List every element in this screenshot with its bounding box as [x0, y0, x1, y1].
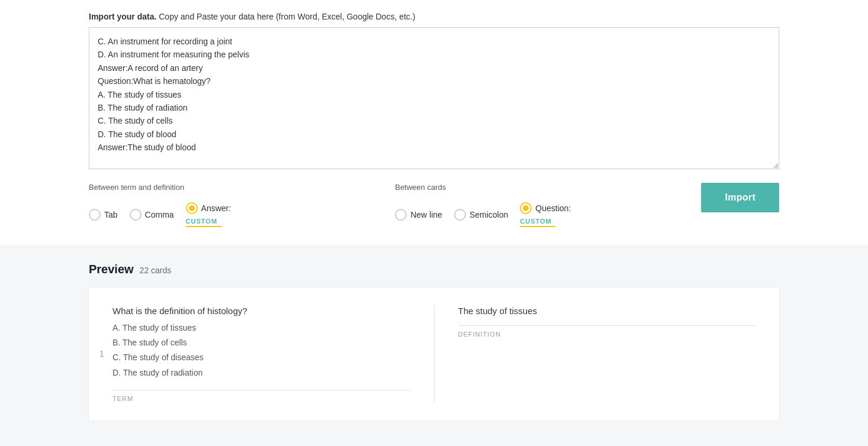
card-option-c: C. The study of diseases [112, 350, 410, 365]
between-term-label: Between term and definition [89, 183, 395, 192]
separator-section: Between term and definition Tab Comma An… [0, 171, 868, 245]
term-answer-radio-inner [189, 205, 195, 211]
card-container: 1 What is the definition of histology? A… [89, 288, 779, 420]
import-button[interactable]: Import [701, 183, 779, 212]
top-section: Import your data. Copy and Paste your da… [0, 0, 868, 171]
cards-question-option[interactable]: Question: CUSTOM [520, 202, 571, 227]
preview-title: Preview [89, 263, 134, 276]
term-comma-option[interactable]: Comma [130, 209, 174, 221]
term-answer-option[interactable]: Answer: CUSTOM [186, 202, 232, 227]
card-number: 1 [99, 349, 104, 358]
between-term-options: Tab Comma Answer: CUSTOM [89, 202, 395, 227]
cards-semicolon-label: Semicolon [470, 210, 508, 219]
import-label: Import your data. Copy and Paste your da… [89, 12, 779, 21]
term-answer-radio-row: Answer: [186, 202, 232, 214]
card-term-side: What is the definition of histology? A. … [112, 306, 435, 402]
import-label-bold: Import your data. [89, 12, 156, 21]
card-term-label: TERM [112, 390, 410, 402]
term-answer-radio[interactable] [186, 202, 198, 214]
preview-count: 22 cards [140, 266, 172, 275]
cards-newline-label: New line [410, 210, 442, 219]
cards-custom-label: CUSTOM [520, 218, 555, 227]
term-comma-radio[interactable] [130, 209, 142, 221]
cards-question-radio-inner [523, 205, 529, 211]
import-textarea[interactable]: C. An instrument for recording a joint D… [89, 27, 779, 169]
cards-question-radio[interactable] [520, 202, 532, 214]
cards-newline-option[interactable]: New line [395, 209, 442, 221]
cards-semicolon-radio[interactable] [454, 209, 466, 221]
cards-question-label: Question: [535, 203, 571, 213]
cards-question-radio-row: Question: [520, 202, 571, 214]
card-option-a: A. The study of tissues [112, 321, 410, 335]
cards-semicolon-option[interactable]: Semicolon [454, 209, 508, 221]
import-btn-wrap: Import [701, 183, 779, 212]
term-tab-option[interactable]: Tab [89, 209, 118, 221]
between-term-group: Between term and definition Tab Comma An… [89, 183, 395, 227]
cards-newline-radio[interactable] [395, 209, 407, 221]
preview-section: Preview 22 cards 1 What is the definitio… [0, 245, 868, 420]
term-answer-label: Answer: [201, 203, 232, 213]
card-def-label: DEFINITION [458, 325, 756, 338]
card-option-b: B. The study of cells [112, 335, 410, 350]
card-definition-text: The study of tissues [458, 306, 756, 316]
card-question: What is the definition of histology? [112, 306, 410, 316]
between-cards-label: Between cards [395, 183, 701, 192]
between-cards-group: Between cards New line Semicolon Questio… [395, 183, 701, 227]
term-tab-label: Tab [104, 210, 118, 219]
preview-header: Preview 22 cards [89, 263, 779, 276]
term-tab-radio[interactable] [89, 209, 101, 221]
card-def-side: The study of tissues DEFINITION [435, 306, 756, 402]
term-custom-label: CUSTOM [186, 218, 221, 227]
card-option-d: D. The study of radiation [112, 366, 410, 380]
between-cards-options: New line Semicolon Question: CUSTOM [395, 202, 701, 227]
import-desc: Copy and Paste your data here (from Word… [159, 12, 415, 21]
term-comma-label: Comma [145, 210, 174, 219]
